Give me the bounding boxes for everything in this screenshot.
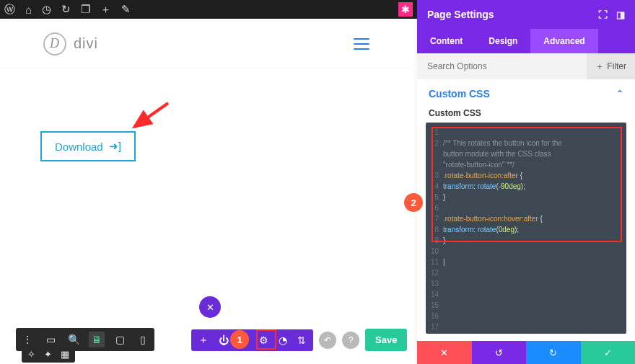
search-input[interactable]	[417, 61, 587, 71]
download-button[interactable]: Download ➜]	[40, 131, 136, 161]
section-title: Custom CSS	[429, 88, 490, 99]
filter-label: Filter	[607, 61, 626, 71]
mobile-view-icon[interactable]: ▯	[135, 332, 151, 347]
tab-advanced[interactable]: Advanced	[530, 29, 597, 53]
pink-badge-icon[interactable]: ✱	[398, 2, 413, 17]
download-button-label: Download	[55, 141, 103, 153]
redo-button[interactable]: ↻	[526, 341, 581, 364]
svg-line-0	[134, 103, 168, 127]
filter-button[interactable]: ＋ Filter	[587, 53, 635, 79]
home-icon[interactable]: ⌂	[25, 4, 32, 16]
annotation-arrow	[128, 99, 172, 136]
builder-actions-bar: ＋ ⏻ 🖌 ⚙ ◔ ⇅	[191, 329, 313, 351]
clock-icon[interactable]: ◔	[279, 334, 287, 346]
options-search-bar: ＋ Filter	[417, 53, 635, 79]
tablet-view-icon[interactable]: ▢	[112, 332, 128, 347]
chevron-up-icon: ⌃	[616, 89, 623, 99]
tab-design[interactable]: Design	[476, 29, 530, 53]
desktop-view-icon[interactable]: 🖥	[89, 332, 105, 347]
annotation-highlight-box	[256, 329, 276, 350]
code-content[interactable]: /** This rotates the button icon for the…	[442, 123, 565, 334]
undo-round-icon[interactable]: ↶	[319, 332, 336, 349]
settings-panel: Page Settings ⛶ ◨ Content Design Advance…	[417, 0, 635, 364]
comment-icon[interactable]: ❐	[81, 3, 90, 16]
line-numbers: 12 345678910111213141516171819	[426, 123, 442, 334]
panel-title: Page Settings	[427, 9, 494, 20]
click-icon[interactable]: ✦	[44, 349, 52, 360]
css-code-editor[interactable]: 12 345678910111213141516171819 /** This …	[426, 123, 626, 334]
builder-bottom-bar: ＋ ⏻ 🖌 ⚙ ◔ ⇅ ↶ ? Save 1	[191, 329, 407, 351]
help-round-icon[interactable]: ?	[342, 332, 359, 349]
refresh-icon[interactable]: ↻	[61, 3, 71, 16]
gauge-icon[interactable]: ◷	[42, 3, 51, 16]
save-button[interactable]: Save	[365, 329, 407, 351]
pencil-icon[interactable]: ✎	[121, 3, 131, 16]
panel-tabs: Content Design Advanced	[417, 29, 635, 53]
field-label-custom-css: Custom CSS	[417, 105, 635, 123]
view-toolbox-secondary: ✧ ✦ ▦	[22, 346, 75, 363]
plus-icon[interactable]: ＋	[100, 3, 111, 17]
power-icon[interactable]: ⏻	[219, 334, 229, 346]
annotation-badge-2: 2	[404, 193, 423, 212]
add-icon[interactable]: ＋	[198, 334, 209, 347]
menu-hamburger-icon[interactable]	[354, 38, 369, 50]
logo-mark: D	[43, 32, 66, 56]
panel-action-bar: ✕ ↺ ↻ ✓	[417, 341, 635, 364]
logo-text: divi	[74, 35, 98, 52]
hover-icon[interactable]: ✧	[27, 349, 35, 360]
tab-content[interactable]: Content	[417, 29, 476, 53]
discard-button[interactable]: ✕	[417, 341, 472, 364]
wordpress-logo-icon[interactable]: ⓦ	[4, 3, 15, 17]
page-canvas: D divi Download ➜] ✕ ＋ ⏻ 🖌 ⚙ ◔ ⇅ ↶ ? Sav…	[0, 19, 413, 364]
annotation-badge-1: 1	[230, 330, 249, 349]
expand-icon[interactable]: ⛶	[598, 9, 608, 20]
grid-icon[interactable]: ▦	[61, 349, 69, 360]
sliders-icon[interactable]: ⇅	[297, 334, 306, 346]
login-icon: ➜]	[109, 140, 121, 153]
undo-button[interactable]: ↺	[472, 341, 527, 364]
section-custom-css-toggle[interactable]: Custom CSS ⌃	[417, 79, 635, 105]
panel-header: Page Settings ⛶ ◨	[417, 0, 635, 29]
site-logo[interactable]: D divi	[43, 32, 98, 56]
site-header: D divi	[0, 19, 413, 69]
apply-button[interactable]: ✓	[581, 341, 636, 364]
wireframe-icon[interactable]: ▭	[43, 332, 58, 347]
collapse-panel-icon[interactable]: ◨	[616, 9, 625, 20]
close-builder-button[interactable]: ✕	[199, 296, 221, 318]
drag-handle-icon[interactable]: ⋮	[19, 332, 35, 347]
zoom-icon[interactable]: 🔍	[66, 332, 82, 347]
